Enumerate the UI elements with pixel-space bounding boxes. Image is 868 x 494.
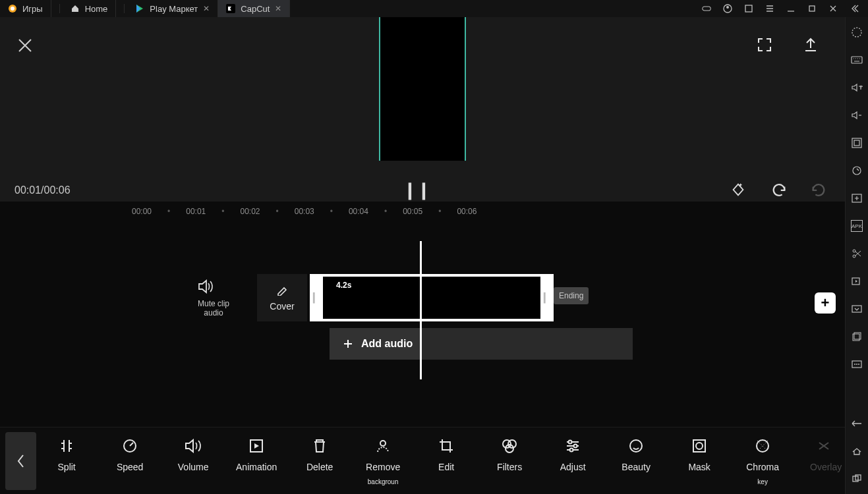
tool-mask[interactable]: Mask bbox=[682, 437, 716, 485]
keyboard-icon[interactable] bbox=[851, 54, 863, 66]
maximize-icon[interactable] bbox=[807, 4, 817, 13]
svg-rect-10 bbox=[852, 138, 861, 148]
tab-capcut[interactable]: CapCut ✕ bbox=[218, 0, 290, 17]
menu-icon[interactable] bbox=[765, 4, 774, 13]
remove-bg-icon bbox=[374, 437, 392, 455]
gamepad-icon[interactable] bbox=[702, 4, 711, 13]
svg-rect-6 bbox=[809, 6, 815, 11]
cover-button[interactable]: Cover bbox=[257, 274, 307, 321]
close-window-icon[interactable] bbox=[828, 4, 838, 13]
svg-rect-11 bbox=[854, 140, 859, 146]
svg-point-23 bbox=[858, 364, 859, 365]
close-icon[interactable]: ✕ bbox=[203, 4, 210, 13]
layers-icon[interactable] bbox=[851, 331, 863, 343]
filters-icon bbox=[500, 437, 519, 455]
pause-button[interactable]: ▎▎ bbox=[409, 183, 436, 200]
clip-handle-right[interactable]: ▎ bbox=[540, 277, 554, 319]
apk-icon[interactable]: APK bbox=[851, 220, 863, 232]
tick: 00:05 bbox=[403, 207, 422, 216]
tool-adjust[interactable]: Adjust bbox=[556, 437, 590, 485]
svg-rect-1 bbox=[226, 4, 235, 13]
ending-tag[interactable]: Ending bbox=[554, 287, 589, 304]
keyframe-button[interactable] bbox=[730, 182, 746, 198]
add-audio-label: Add audio bbox=[361, 338, 413, 350]
chroma-key-icon bbox=[753, 437, 772, 455]
rotate-icon[interactable] bbox=[851, 165, 863, 177]
titlebar: Игры Home Play Маркет ✕ CapCut ✕ bbox=[0, 0, 868, 17]
tick: 00:06 bbox=[457, 207, 477, 216]
svg-text:+: + bbox=[859, 84, 863, 90]
tool-animation[interactable]: Animation bbox=[239, 437, 274, 485]
tool-beauty[interactable]: Beauty bbox=[619, 437, 653, 485]
preview-area: 00:01/00:06 ▎▎ bbox=[0, 17, 845, 202]
home2-icon[interactable] bbox=[851, 445, 863, 457]
overlay-icon bbox=[817, 437, 835, 455]
mute-clip-audio-button[interactable]: Mute clipaudio bbox=[198, 279, 229, 317]
playhead[interactable] bbox=[420, 241, 422, 379]
tab-games[interactable]: Игры bbox=[0, 0, 51, 17]
tool-chroma-key[interactable]: Chroma key bbox=[745, 437, 780, 485]
undo-button[interactable] bbox=[771, 182, 787, 198]
tab-play-market[interactable]: Play Маркет ✕ bbox=[116, 0, 218, 17]
volume-icon bbox=[184, 437, 202, 455]
app-icon bbox=[8, 4, 17, 13]
tool-filters[interactable]: Filters bbox=[492, 437, 527, 485]
close-editor-button[interactable] bbox=[16, 37, 34, 54]
tabs: Игры Home Play Маркет ✕ CapCut ✕ bbox=[0, 0, 290, 17]
add-audio-button[interactable]: Add audio bbox=[330, 328, 633, 360]
split-icon bbox=[57, 437, 76, 455]
screenshot-plus-icon[interactable] bbox=[851, 192, 863, 204]
bottom-toolbar: Split Speed Volume Animation Delete Remo… bbox=[0, 427, 845, 494]
svg-point-30 bbox=[508, 440, 516, 448]
svg-point-4 bbox=[726, 6, 729, 9]
gear-icon[interactable] bbox=[851, 26, 863, 38]
svg-point-33 bbox=[574, 444, 577, 447]
collapse-sidebar-icon[interactable] bbox=[850, 4, 859, 13]
mute-label: Mute clipaudio bbox=[198, 299, 229, 317]
toolbar-back-button[interactable] bbox=[5, 432, 36, 490]
record-icon[interactable] bbox=[851, 275, 863, 287]
tick: 00:04 bbox=[349, 207, 368, 216]
more-dots-icon[interactable] bbox=[851, 358, 863, 370]
close-icon[interactable]: ✕ bbox=[275, 4, 281, 13]
tab-label: Home bbox=[85, 4, 108, 14]
svg-point-32 bbox=[569, 440, 572, 443]
tool-volume[interactable]: Volume bbox=[176, 437, 210, 485]
video-preview[interactable] bbox=[379, 17, 466, 161]
svg-rect-2 bbox=[703, 7, 710, 11]
volume-down-icon[interactable] bbox=[851, 109, 863, 121]
speaker-icon bbox=[198, 279, 229, 294]
tool-speed[interactable]: Speed bbox=[113, 437, 147, 485]
timeline[interactable]: Mute clipaudio Cover ▎ ▎ 4.2s Ending Add… bbox=[0, 221, 845, 427]
add-track-button[interactable]: + bbox=[815, 292, 836, 314]
clip-handle-left[interactable]: ▎ bbox=[310, 277, 323, 319]
volume-up-icon[interactable]: + bbox=[851, 82, 863, 94]
fullscreen-button[interactable] bbox=[757, 37, 772, 53]
tool-edit[interactable]: Edit bbox=[429, 437, 463, 485]
recent-icon[interactable] bbox=[851, 473, 863, 485]
fullscreen2-icon[interactable] bbox=[851, 137, 863, 149]
mask-icon bbox=[690, 437, 709, 455]
tick: 00:02 bbox=[240, 207, 260, 216]
back-arrow-icon[interactable] bbox=[851, 418, 863, 429]
time-ruler[interactable]: 00:00• 00:01• 00:02• 00:03• 00:04• 00:05… bbox=[0, 202, 845, 221]
tool-overlay: Overlay bbox=[809, 437, 843, 485]
tick: 00:03 bbox=[295, 207, 314, 216]
svg-point-12 bbox=[853, 167, 861, 175]
minimize-icon[interactable] bbox=[786, 4, 796, 13]
tool-delete[interactable]: Delete bbox=[303, 437, 337, 485]
export-button[interactable] bbox=[803, 37, 819, 53]
tool-split[interactable]: Split bbox=[49, 437, 84, 485]
tools: Split Speed Volume Animation Delete Remo… bbox=[49, 437, 845, 485]
svg-point-31 bbox=[506, 445, 513, 453]
save-icon[interactable] bbox=[851, 303, 863, 315]
scissors-icon[interactable] bbox=[851, 248, 863, 260]
system-icons bbox=[693, 0, 868, 17]
video-clip[interactable]: ▎ ▎ 4.2s bbox=[310, 274, 554, 321]
profile-icon[interactable] bbox=[723, 4, 732, 13]
tool-remove-bg[interactable]: Remove backgroun bbox=[366, 437, 400, 485]
share-icon[interactable] bbox=[744, 4, 753, 13]
tab-home[interactable]: Home bbox=[51, 0, 117, 17]
svg-point-22 bbox=[856, 364, 857, 365]
redo-button bbox=[811, 182, 826, 198]
